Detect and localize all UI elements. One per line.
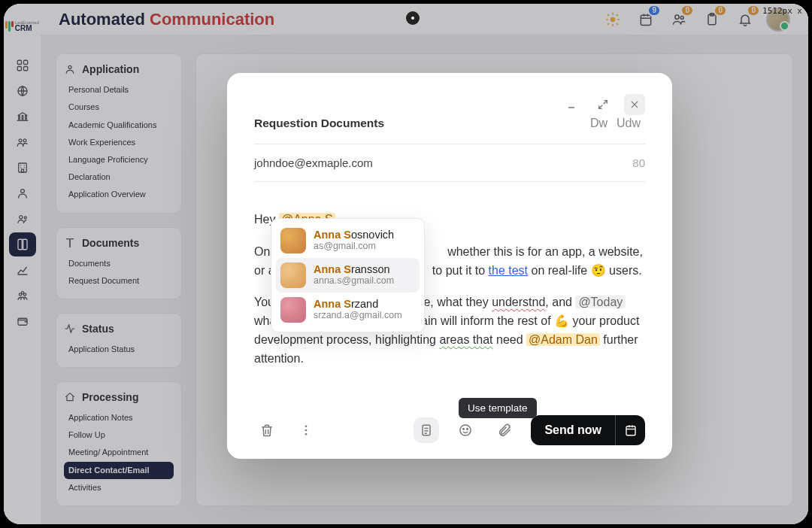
spell-error: understnd xyxy=(492,296,545,308)
grammar-hint: areas that xyxy=(439,333,492,346)
char-count: 80 xyxy=(632,156,645,169)
suggestion-item[interactable]: Anna Sranssonanna.s@gmail.com xyxy=(276,258,420,293)
top-dot xyxy=(406,11,420,25)
mention-adam[interactable]: @Adam Dan xyxy=(526,333,600,346)
expand-button[interactable] xyxy=(592,94,614,115)
svg-rect-57 xyxy=(626,426,635,435)
svg-point-56 xyxy=(467,429,468,430)
send-button[interactable]: Send now xyxy=(531,415,645,445)
suggestion-email: as@gmail.com xyxy=(314,241,394,252)
svg-point-48 xyxy=(305,429,308,432)
send-label: Send now xyxy=(531,423,615,437)
svg-point-47 xyxy=(305,425,308,427)
suggestion-email: anna.s@gmail.com xyxy=(314,276,394,287)
modal-title: Requestion Documents xyxy=(254,117,384,130)
suggestion-avatar xyxy=(280,262,306,288)
suggestion-item[interactable]: Anna Sosnovichas@gmail.com xyxy=(276,223,420,258)
attach-button[interactable] xyxy=(492,417,517,443)
suggestion-avatar xyxy=(280,297,306,323)
resize-readout: 1512px x xyxy=(762,6,802,16)
close-button[interactable] xyxy=(624,94,645,115)
suggestion-name: Anna Sosnovich xyxy=(314,229,394,241)
suggestion-email: srzand.a@gmail.com xyxy=(314,311,402,321)
svg-point-54 xyxy=(460,425,471,435)
svg-point-55 xyxy=(463,429,465,430)
mention-suggestions: Anna Sosnovichas@gmail.comAnna Sranssona… xyxy=(271,218,425,332)
template-tooltip: Use template xyxy=(459,398,537,418)
suggestion-name: Anna Srzand xyxy=(314,299,402,311)
dw-toggle[interactable]: Dw xyxy=(586,115,612,132)
suggestion-name: Anna Sransson xyxy=(314,264,394,276)
emoji-button[interactable] xyxy=(453,417,478,443)
template-button[interactable] xyxy=(414,417,439,443)
delete-button[interactable] xyxy=(254,417,280,443)
minimize-button[interactable] xyxy=(561,94,582,115)
svg-point-49 xyxy=(305,433,308,435)
suggestion-item[interactable]: Anna Srzandsrzand.a@gmail.com xyxy=(276,293,420,327)
send-schedule-button[interactable] xyxy=(615,415,645,445)
recipient-email[interactable]: johndoe@exmaple.com xyxy=(254,156,373,169)
udw-toggle[interactable]: Udw xyxy=(612,115,645,132)
chip-today[interactable]: @Today xyxy=(575,296,626,308)
composer-toolbar: Send now xyxy=(254,406,645,445)
suggestion-avatar xyxy=(280,228,306,253)
more-button[interactable] xyxy=(293,417,319,443)
link-the-test[interactable]: the test xyxy=(489,264,528,277)
